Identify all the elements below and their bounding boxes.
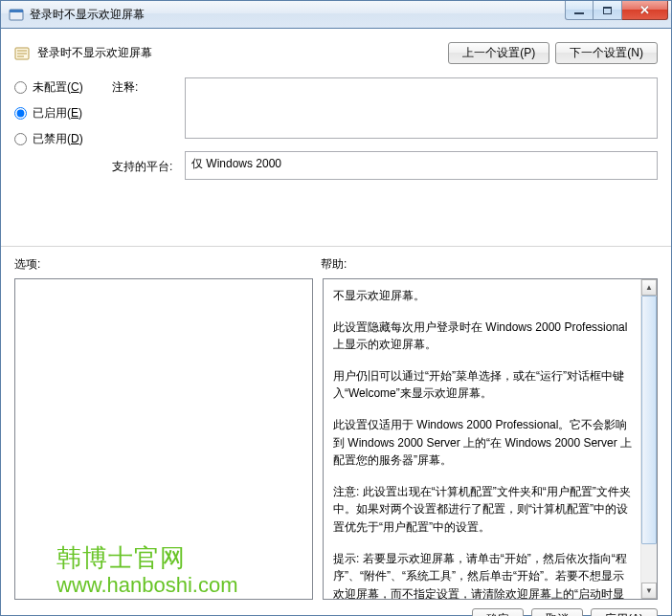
lower-panel: 选项: 帮助: 不显示欢迎屏幕。 此设置隐藏每次用户登录时在 Windows 2… [1, 247, 671, 600]
cancel-button[interactable]: 取消 [531, 608, 583, 617]
scroll-up-button[interactable]: ▲ [641, 279, 657, 296]
options-label: 选项: [14, 256, 321, 273]
policy-icon [14, 46, 30, 61]
title-bar: 登录时不显示欢迎屏幕 ✕ [0, 0, 672, 29]
scroll-thumb[interactable] [641, 296, 657, 544]
dialog-footer: 确定 取消 应用(A) [1, 600, 671, 616]
previous-setting-button[interactable]: 上一个设置(P) [448, 42, 549, 64]
close-button[interactable]: ✕ [622, 1, 668, 20]
state-radio-group: 未配置(C) 已启用(E) 已禁用(D) [14, 77, 106, 238]
disabled-label[interactable]: 已禁用(D) [33, 131, 83, 147]
help-pane: 不显示欢迎屏幕。 此设置隐藏每次用户登录时在 Windows 2000 Prof… [323, 278, 658, 600]
window-title: 登录时不显示欢迎屏幕 [30, 7, 565, 23]
not-configured-label[interactable]: 未配置(C) [33, 79, 83, 96]
help-text: 不显示欢迎屏幕。 此设置隐藏每次用户登录时在 Windows 2000 Prof… [324, 279, 640, 599]
policy-title: 登录时不显示欢迎屏幕 [37, 45, 152, 61]
enabled-radio[interactable] [14, 107, 27, 120]
options-pane [14, 278, 313, 600]
next-setting-button[interactable]: 下一个设置(N) [555, 42, 658, 64]
comment-label: 注释: [112, 79, 179, 96]
help-scrollbar[interactable]: ▲ ▼ [640, 279, 657, 599]
maximize-button[interactable] [594, 1, 622, 20]
svg-rect-1 [10, 10, 23, 12]
platform-label: 支持的平台: [112, 159, 179, 175]
help-label: 帮助: [321, 256, 347, 273]
enabled-label[interactable]: 已启用(E) [33, 105, 82, 121]
comment-textarea[interactable] [185, 77, 658, 139]
disabled-radio[interactable] [14, 133, 27, 145]
minimize-button[interactable] [565, 1, 594, 20]
app-icon [9, 7, 24, 22]
window-controls: ✕ [565, 1, 668, 20]
supported-platform-box: 仅 Windows 2000 [185, 151, 658, 180]
ok-button[interactable]: 确定 [472, 608, 524, 617]
scroll-down-button[interactable]: ▼ [641, 583, 657, 599]
supported-platform-value: 仅 Windows 2000 [191, 157, 281, 170]
upper-panel: 登录时不显示欢迎屏幕 上一个设置(P) 下一个设置(N) 未配置(C) 已启用(… [1, 29, 671, 247]
apply-button[interactable]: 应用(A) [591, 608, 658, 617]
not-configured-radio[interactable] [14, 81, 27, 94]
client-area: 登录时不显示欢迎屏幕 上一个设置(P) 下一个设置(N) 未配置(C) 已启用(… [0, 29, 672, 616]
